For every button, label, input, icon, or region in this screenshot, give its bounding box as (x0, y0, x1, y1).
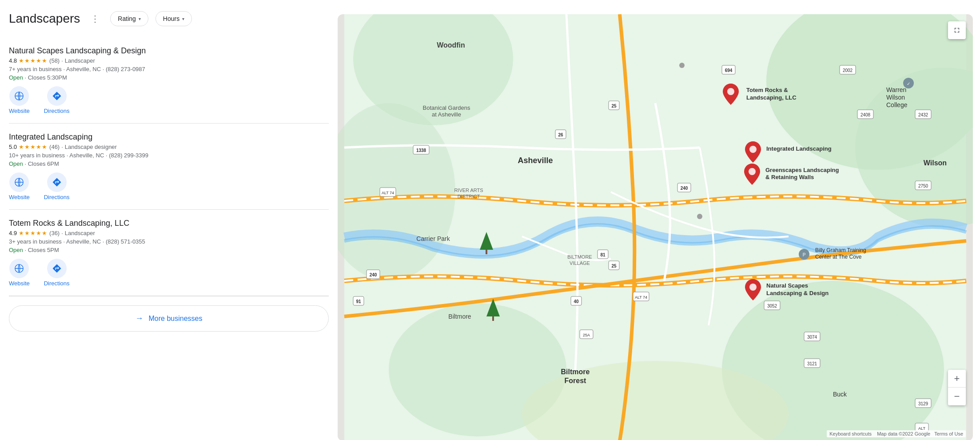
page-title: Landscapers (9, 12, 80, 26)
location-3: Asheville, NC (66, 238, 101, 245)
svg-text:2002: 2002 (843, 68, 853, 73)
svg-text:3129: 3129 (918, 401, 928, 406)
menu-dots-button[interactable]: ⋮ (87, 11, 103, 27)
svg-text:DISTRICT: DISTRICT (458, 194, 480, 199)
svg-text:Botanical Gardens: Botanical Gardens (423, 104, 470, 111)
svg-text:240: 240 (370, 272, 377, 277)
listing-actions-3: Website Directions (9, 259, 329, 287)
svg-text:Integrated Landscaping: Integrated Landscaping (766, 145, 832, 152)
rating-chevron-icon: ▾ (139, 16, 141, 21)
svg-text:Landscaping & Design: Landscaping & Design (766, 290, 829, 296)
website-icon-3 (9, 259, 29, 278)
svg-text:3052: 3052 (767, 304, 777, 308)
svg-text:Wilson: Wilson (886, 94, 905, 101)
svg-text:Center at The Cove: Center at The Cove (815, 254, 862, 260)
website-btn-1[interactable]: Website (9, 86, 30, 114)
arrow-right-icon: → (135, 314, 143, 323)
sep-3b: · (103, 238, 106, 245)
listing-meta-totem: 4.9 ★★★★★ (36) · Landscaper (9, 230, 329, 236)
listing-meta-integrated: 5.0 ★★★★★ (46) · Landscape designer (9, 144, 329, 150)
open-label-3: Open (9, 247, 23, 253)
svg-text:25: 25 (611, 264, 617, 268)
svg-text:Woodfin: Woodfin (437, 41, 465, 49)
listing-name-integrated: Integrated Landscaping (9, 132, 329, 142)
rating-num-3: 4.9 (9, 230, 17, 236)
svg-text:Buck: Buck (833, 391, 847, 398)
sep-hours-1: · (24, 74, 28, 81)
directions-label-1: Directions (44, 108, 70, 114)
listing-hours-3: Open · Closes 5PM (9, 247, 329, 253)
map-fullscreen-button[interactable] (948, 21, 966, 39)
years-3: 3+ years in business (9, 238, 62, 245)
svg-text:Asheville: Asheville (518, 156, 553, 165)
phone-2: (828) 299-3399 (109, 152, 148, 159)
directions-btn-2[interactable]: Directions (44, 172, 70, 200)
svg-text:✓: ✓ (907, 81, 910, 86)
zoom-in-button[interactable]: + (948, 370, 966, 388)
hours-filter-label: Hours (163, 15, 179, 22)
left-panel: Landscapers ⋮ Rating ▾ Hours ▾ Natural S… (0, 11, 338, 440)
website-icon-2 (9, 172, 29, 192)
svg-text:BILTMORE: BILTMORE (567, 254, 592, 260)
svg-text:25: 25 (611, 104, 617, 108)
svg-text:Biltmore: Biltmore (448, 313, 471, 320)
review-count-2: (46) (49, 144, 60, 150)
separator-1: · (61, 57, 63, 64)
zoom-out-button[interactable]: − (948, 388, 966, 405)
listing-name-natural-scapes: Natural Scapes Landscaping & Design (9, 46, 329, 56)
directions-label-2: Directions (44, 194, 70, 200)
svg-text:Greenscapes Landscaping: Greenscapes Landscaping (765, 167, 839, 173)
listing-actions-1: Website Directions (9, 86, 329, 114)
listing-actions-2: Website Directions (9, 172, 329, 200)
svg-text:Warren: Warren (886, 86, 906, 93)
website-label-1: Website (9, 108, 30, 114)
years-2: 10+ years in business (9, 152, 65, 159)
svg-point-89 (749, 168, 756, 175)
hours-filter-button[interactable]: Hours ▾ (155, 11, 192, 26)
directions-btn-3[interactable]: Directions (44, 259, 70, 287)
more-businesses-button[interactable]: → More businesses (9, 305, 329, 332)
directions-label-3: Directions (44, 280, 70, 287)
svg-text:40: 40 (574, 299, 579, 304)
open-label-2: Open (9, 160, 23, 167)
svg-text:ALT 74: ALT 74 (382, 191, 394, 195)
location-1: Asheville, NC (66, 66, 101, 72)
category-3: Landscaper (65, 230, 95, 236)
website-icon-1 (9, 86, 29, 106)
listing-info-1: 7+ years in business · Asheville, NC · (… (9, 66, 329, 72)
svg-point-92 (749, 284, 757, 291)
hours-chevron-icon: ▾ (182, 16, 184, 21)
svg-text:240: 240 (681, 186, 688, 191)
svg-text:RIVER ARTS: RIVER ARTS (454, 188, 483, 193)
website-btn-2[interactable]: Website (9, 172, 30, 200)
svg-text:3074: 3074 (807, 335, 817, 340)
keyboard-shortcuts: Keyboard shortcuts (829, 431, 872, 436)
listing-meta-natural-scapes: 4.8 ★★★★★ (58) · Landscaper (9, 57, 329, 64)
separator-2: · (61, 144, 63, 150)
map-zoom-controls: + − (948, 370, 966, 405)
svg-text:Natural Scapes: Natural Scapes (766, 282, 808, 289)
listing-info-2: 10+ years in business · Asheville, NC · … (9, 152, 329, 159)
map-data-label: Map data ©2022 Google (877, 431, 930, 436)
website-label-2: Website (9, 194, 30, 200)
svg-text:2408: 2408 (860, 112, 871, 117)
rating-filter-label: Rating (118, 15, 135, 22)
listing-totem: Totem Rocks & Landscaping, LLC 4.9 ★★★★★… (9, 210, 329, 296)
svg-text:Billy Graham Training: Billy Graham Training (815, 247, 866, 253)
right-panel: 25 694 240 26 1338 ALT 74 81 (338, 11, 980, 440)
directions-icon-1 (47, 86, 67, 106)
closes-2: Closes 6PM (28, 160, 59, 167)
svg-text:Totem Rocks &: Totem Rocks & (746, 87, 788, 93)
directions-btn-1[interactable]: Directions (44, 86, 70, 114)
listing-hours-1: Open · Closes 5:30PM (9, 74, 329, 81)
rating-filter-button[interactable]: Rating ▾ (110, 11, 148, 26)
header: Landscapers ⋮ Rating ▾ Hours ▾ (9, 11, 329, 27)
terms-label: Terms of Use (934, 431, 963, 436)
svg-text:at Asheville: at Asheville (432, 111, 461, 118)
separator-3: · (61, 230, 63, 236)
website-btn-3[interactable]: Website (9, 259, 30, 287)
svg-text:Carrier Park: Carrier Park (416, 235, 450, 242)
map-container[interactable]: 25 694 240 26 1338 ALT 74 81 (338, 14, 973, 440)
phone-1: (828) 273-0987 (106, 66, 145, 72)
listing-info-3: 3+ years in business · Asheville, NC · (… (9, 238, 329, 245)
